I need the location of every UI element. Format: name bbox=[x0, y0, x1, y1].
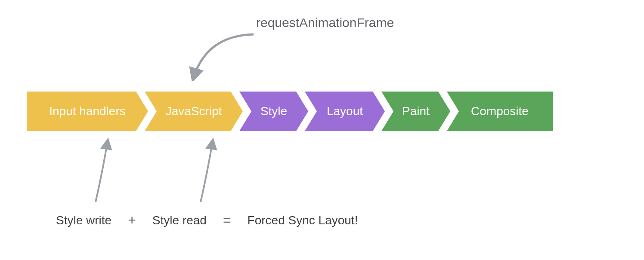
rendering-pipeline: Input handlers JavaScript Style Layout P… bbox=[27, 92, 549, 131]
pipeline-stage-layout: Layout bbox=[305, 92, 385, 131]
pipeline-stage-label: Composite bbox=[471, 104, 529, 118]
equals-symbol: = bbox=[223, 212, 231, 228]
pipeline-stage-paint: Paint bbox=[381, 92, 450, 131]
arrow-bottom-right-icon bbox=[195, 138, 221, 204]
style-write-label: Style write bbox=[56, 214, 111, 227]
bottom-equation: Style write + Style read = Forced Sync L… bbox=[56, 212, 358, 228]
arrow-bottom-left-icon bbox=[90, 138, 116, 204]
plus-symbol: + bbox=[128, 212, 136, 228]
pipeline-stage-label: Layout bbox=[327, 104, 363, 118]
pipeline-stage-label: JavaScript bbox=[166, 104, 222, 118]
pipeline-stage-input-handlers: Input handlers bbox=[27, 92, 148, 131]
arrow-top-curve-icon bbox=[187, 29, 264, 81]
forced-sync-label: Forced Sync Layout! bbox=[248, 214, 358, 227]
pipeline-stage-composite: Composite bbox=[447, 92, 553, 131]
pipeline-stage-label: Input handlers bbox=[49, 104, 125, 118]
style-read-label: Style read bbox=[152, 214, 207, 227]
top-annotation-label: requestAnimationFrame bbox=[256, 15, 394, 30]
pipeline-stage-style: Style bbox=[239, 92, 308, 131]
pipeline-stage-label: Paint bbox=[402, 104, 430, 118]
pipeline-stage-label: Style bbox=[260, 104, 287, 118]
pipeline-stage-javascript: JavaScript bbox=[145, 92, 243, 131]
